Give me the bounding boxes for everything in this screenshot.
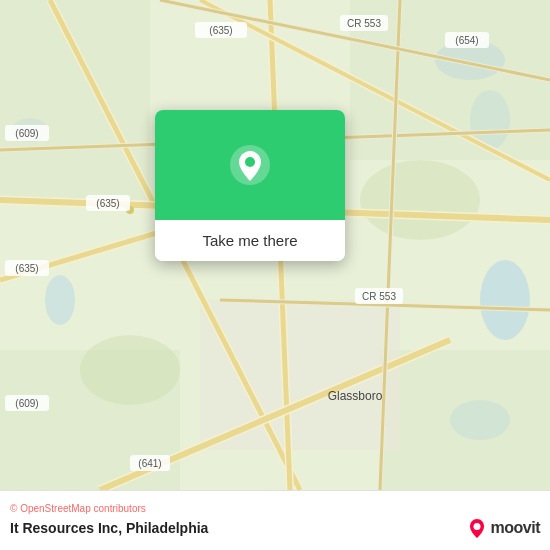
svg-point-11 [360, 160, 480, 240]
svg-point-3 [480, 260, 530, 340]
popup-card: Take me there [155, 110, 345, 261]
popup-green-area [155, 110, 345, 220]
svg-rect-7 [0, 0, 150, 200]
place-name: It Resources Inc, Philadelphia [10, 520, 208, 536]
svg-text:(635): (635) [15, 263, 38, 274]
svg-text:CR 553: CR 553 [347, 18, 381, 29]
svg-text:(635): (635) [96, 198, 119, 209]
moovit-pin-icon [466, 517, 488, 539]
svg-text:(609): (609) [15, 128, 38, 139]
attribution-text: © OpenStreetMap contributors [10, 503, 146, 514]
attribution-row: © OpenStreetMap contributors [10, 503, 540, 514]
svg-text:(609): (609) [15, 398, 38, 409]
moovit-logo: moovit [466, 517, 540, 539]
moovit-brand-text: moovit [491, 519, 540, 537]
svg-text:Glassboro: Glassboro [328, 389, 383, 403]
svg-text:(654): (654) [455, 35, 478, 46]
svg-point-57 [473, 523, 480, 530]
svg-rect-10 [380, 350, 550, 490]
take-me-there-button[interactable]: Take me there [155, 220, 345, 261]
map-container: (635) (654) (609) (635) (635) (609) (641… [0, 0, 550, 490]
svg-point-56 [245, 157, 255, 167]
svg-text:(641): (641) [138, 458, 161, 469]
location-pin-icon [228, 143, 272, 187]
svg-point-6 [45, 275, 75, 325]
svg-text:(635): (635) [209, 25, 232, 36]
place-row: It Resources Inc, Philadelphia moovit [10, 517, 540, 539]
svg-point-12 [80, 335, 180, 405]
bottom-bar: © OpenStreetMap contributors It Resource… [0, 490, 550, 550]
svg-text:CR 553: CR 553 [362, 291, 396, 302]
